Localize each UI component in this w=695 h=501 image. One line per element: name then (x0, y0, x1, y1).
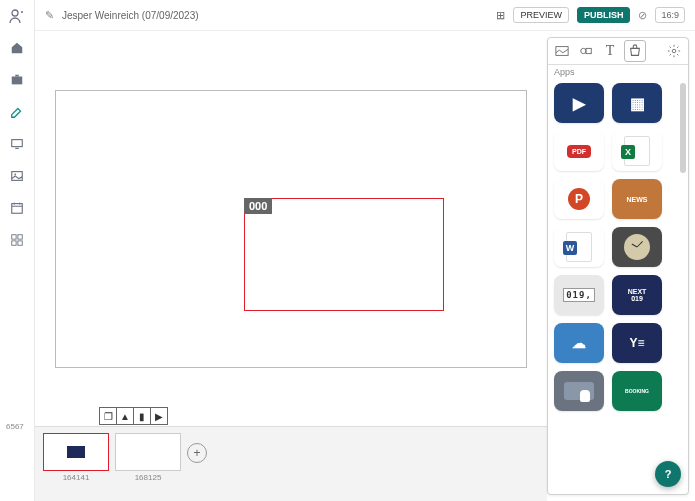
region-badge: 000 (244, 198, 272, 214)
top-bar: ✎ Jesper Weinreich (07/09/2023) ⊞ PREVIE… (35, 0, 695, 31)
svg-rect-10 (12, 241, 16, 245)
panel-section-label: Apps (548, 65, 688, 79)
help-button[interactable]: ? (655, 461, 681, 487)
archive-icon[interactable] (9, 72, 25, 88)
thumbnail-2-label: 168125 (135, 473, 162, 482)
publish-button[interactable]: PUBLISH (577, 7, 631, 23)
grid-icon[interactable] (9, 232, 25, 248)
svg-point-6 (14, 173, 16, 175)
svg-rect-2 (12, 77, 23, 85)
svg-point-15 (672, 49, 676, 53)
svg-rect-11 (18, 241, 22, 245)
home-icon[interactable] (9, 40, 25, 56)
tab-image-icon[interactable] (552, 41, 572, 61)
thumbnail-toolbar: ❐ ▲ ▮ ▶ (35, 406, 547, 426)
user-icon[interactable] (9, 8, 25, 24)
app-tile-11[interactable]: Y≡ (612, 323, 662, 363)
delete-button[interactable]: ▮ (133, 407, 151, 425)
layers-button[interactable]: ❐ (99, 407, 117, 425)
svg-rect-3 (15, 75, 19, 77)
calendar-icon[interactable] (9, 200, 25, 216)
add-slide-button[interactable]: + (187, 443, 207, 463)
app-tile-12[interactable] (554, 371, 604, 411)
app-tile-13[interactable]: BOOKING (612, 371, 662, 411)
svg-rect-14 (586, 48, 591, 53)
app-tile-8[interactable]: 019, (554, 275, 604, 315)
image-icon[interactable] (9, 168, 25, 184)
tab-text-icon[interactable]: T (600, 41, 620, 61)
svg-rect-4 (12, 140, 23, 147)
svg-point-0 (12, 10, 18, 16)
app-tile-3[interactable]: X (612, 131, 662, 171)
preview-button[interactable]: PREVIEW (513, 7, 569, 23)
tab-shapes-icon[interactable] (576, 41, 596, 61)
layout-grid-icon[interactable]: ⊞ (496, 9, 505, 22)
svg-rect-5 (12, 172, 23, 181)
thumbnail-1-label: 164141 (63, 473, 90, 482)
svg-point-13 (581, 48, 586, 53)
svg-rect-8 (12, 235, 16, 239)
svg-rect-9 (18, 235, 22, 239)
edit-icon[interactable] (9, 104, 25, 120)
pencil-icon[interactable]: ✎ (45, 9, 54, 22)
svg-point-1 (21, 11, 23, 13)
app-tile-2[interactable]: PDF (554, 131, 604, 171)
move-up-button[interactable]: ▲ (116, 407, 134, 425)
check-icon[interactable]: ⊘ (638, 9, 647, 22)
app-tile-4[interactable]: P (554, 179, 604, 219)
app-tile-5[interactable]: NEWS (612, 179, 662, 219)
svg-rect-7 (12, 204, 23, 214)
selected-region[interactable]: 000 (244, 198, 444, 311)
app-tile-6[interactable]: W (554, 227, 604, 267)
thumbnail-1[interactable] (43, 433, 109, 471)
slide-canvas[interactable]: 000 (55, 90, 527, 368)
app-tile-10[interactable]: ☁ (554, 323, 604, 363)
aspect-ratio-selector[interactable]: 16:9 (655, 7, 685, 23)
right-panel: T Apps ▶▦PDFXPNEWSW019,NEXT 019☁Y≡BOOKIN… (547, 37, 689, 495)
thumbnail-strip: 164141 168125 + (35, 426, 547, 501)
screens-icon[interactable] (9, 136, 25, 152)
tab-apps-icon[interactable] (624, 40, 646, 62)
app-tile-1[interactable]: ▦ (612, 83, 662, 123)
app-tile-7[interactable] (612, 227, 662, 267)
next-button[interactable]: ▶ (150, 407, 168, 425)
app-tile-0[interactable]: ▶ (554, 83, 604, 123)
panel-scrollbar[interactable] (680, 83, 686, 173)
app-tile-9[interactable]: NEXT 019 (612, 275, 662, 315)
tab-settings-icon[interactable] (664, 41, 684, 61)
thumbnail-2[interactable] (115, 433, 181, 471)
page-title: Jesper Weinreich (07/09/2023) (62, 10, 199, 21)
counter-label: 6567 (6, 422, 24, 431)
